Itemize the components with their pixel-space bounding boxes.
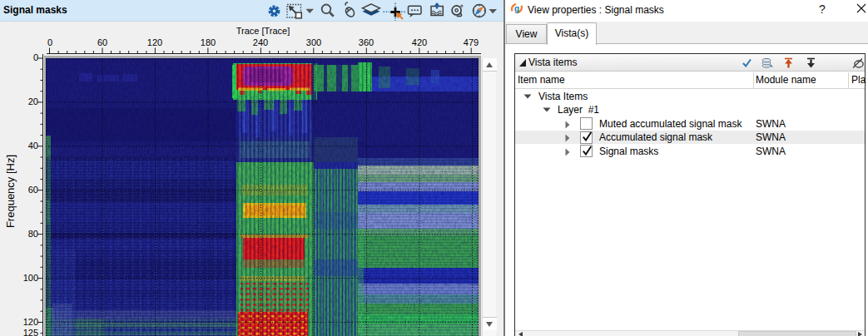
svg-text:g: g	[514, 4, 519, 13]
